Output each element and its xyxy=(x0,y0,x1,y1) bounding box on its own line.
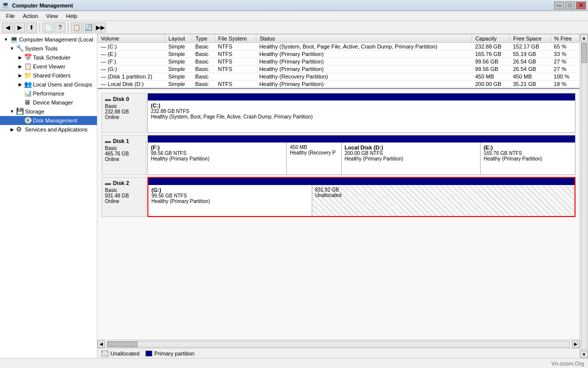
tree-item-task-scheduler[interactable]: ▶ 📅 Task Scheduler xyxy=(0,53,97,62)
table-cell: 27 % xyxy=(551,66,580,73)
users-icon: 👥 xyxy=(24,80,32,88)
tree-item-event-viewer[interactable]: ▶ 📋 Event Viewer xyxy=(0,62,97,71)
tree-label-shared-folders: Shared Folders xyxy=(33,72,70,78)
refresh-button[interactable]: 🔄 xyxy=(83,22,94,32)
disk-management-icon: 💽 xyxy=(24,116,32,124)
v-scrollbar[interactable]: ▲ ▼ xyxy=(580,34,588,358)
disk-table: Volume Layout Type File System Status Ca… xyxy=(97,34,580,88)
tree-item-services[interactable]: ▶ ⚙ Services and Applications xyxy=(0,125,97,134)
disk-size-disk0: 232.88 GB xyxy=(105,109,143,114)
expand-storage[interactable]: ▼ xyxy=(8,108,16,116)
disk-label-disk0: ▬ Disk 0 Basic 232.88 GB Online xyxy=(101,93,146,133)
tree-item-system-tools[interactable]: ▼ 🔧 System Tools xyxy=(0,44,97,53)
col-header-status[interactable]: Status xyxy=(256,34,472,43)
disk-parts-row-disk0: (C:) 232.88 GB NTFS Healthy (System, Boo… xyxy=(148,100,575,132)
tree-label-device-manager: Device Manager xyxy=(33,100,73,106)
partition-block-disk0-0[interactable]: (C:) 232.88 GB NTFS Healthy (System, Boo… xyxy=(148,100,575,132)
scroll-up-button[interactable]: ▲ xyxy=(581,34,588,42)
menu-view[interactable]: View xyxy=(42,12,62,20)
col-header-filesystem[interactable]: File System xyxy=(215,34,256,43)
scroll-left-button[interactable]: ◀ xyxy=(97,340,105,348)
table-row[interactable]: — (F:)SimpleBasicNTFSHealthy (Primary Pa… xyxy=(98,58,580,66)
part-status-disk2-0: Healthy (Primary Partition) xyxy=(151,198,309,204)
services-icon: ⚙ xyxy=(16,126,24,134)
show-hide-button[interactable]: 📄 xyxy=(42,22,53,32)
tree-item-device-manager[interactable]: ▶ 🖥 Device Manager xyxy=(0,98,97,107)
tree-label-event-viewer: Event Viewer xyxy=(33,64,65,70)
table-row[interactable]: — (Disk 1 partition 2)SimpleBasicHealthy… xyxy=(98,73,580,80)
tree-item-disk-management[interactable]: ▶ 💽 Disk Management xyxy=(0,116,97,125)
table-cell: Basic xyxy=(192,73,215,80)
scroll-down-button[interactable]: ▼ xyxy=(581,350,588,358)
table-row[interactable]: — (G:)SimpleBasicNTFSHealthy (Primary Pa… xyxy=(98,66,580,73)
col-header-freespace[interactable]: Free Space xyxy=(510,34,551,43)
performance-icon: 📊 xyxy=(24,90,32,98)
table-cell: Simple xyxy=(165,50,192,58)
expand-root[interactable]: ▼ xyxy=(2,36,10,44)
part-status-disk1-0: Healthy (Primary Partition) xyxy=(151,156,283,162)
v-scroll-thumb[interactable] xyxy=(582,43,587,63)
h-scroll-thumb[interactable] xyxy=(107,342,137,347)
tools-icon: 🔧 xyxy=(16,44,24,52)
disk-header-bar-disk1 xyxy=(148,136,575,142)
partition-block-disk1-1[interactable]: 450 MB Healthy (Recovery P xyxy=(287,142,341,174)
col-header-type[interactable]: Type xyxy=(192,34,215,43)
disk-table-area[interactable]: Volume Layout Type File System Status Ca… xyxy=(97,34,580,89)
partition-block-disk1-3[interactable]: (E:) 165.76 GB NTFS Healthy (Primary Par… xyxy=(481,142,575,174)
col-header-volume[interactable]: Volume xyxy=(98,34,165,43)
tree-panel[interactable]: ▼ 💻 Computer Management (Local ▼ 🔧 Syste… xyxy=(0,34,97,358)
window-controls[interactable]: — □ ✕ xyxy=(554,2,586,10)
maximize-button[interactable]: □ xyxy=(565,2,575,10)
table-row[interactable]: — (C:)SimpleBasicNTFSHealthy (System, Bo… xyxy=(98,43,580,50)
expand-local-users[interactable]: ▶ xyxy=(16,80,24,88)
col-header-capacity[interactable]: Capacity xyxy=(472,34,510,43)
tree-label-services: Services and Applications xyxy=(25,126,87,132)
tree-item-performance[interactable]: ▶ 📊 Performance xyxy=(0,89,97,98)
tree-item-local-users[interactable]: ▶ 👥 Local Users and Groups xyxy=(0,80,97,89)
minimize-button[interactable]: — xyxy=(554,2,564,10)
table-cell: Basic xyxy=(192,50,215,58)
export-button[interactable]: ▶▶ xyxy=(95,22,106,32)
up-button[interactable]: ⬆ xyxy=(26,22,37,32)
help-toolbar-button[interactable]: ? xyxy=(54,22,65,32)
col-header-pctfree[interactable]: % Free xyxy=(551,34,580,43)
h-scroll-track[interactable] xyxy=(107,341,570,348)
expand-system-tools[interactable]: ▼ xyxy=(8,44,16,52)
col-header-layout[interactable]: Layout xyxy=(165,34,192,43)
table-cell: NTFS xyxy=(215,58,256,66)
tree-item-shared-folders[interactable]: ▶ 📁 Shared Folders xyxy=(0,71,97,80)
table-cell: Basic xyxy=(192,58,215,66)
bottom-scrollbar[interactable]: ◀ ▶ xyxy=(97,340,580,348)
close-button[interactable]: ✕ xyxy=(576,2,586,10)
back-button[interactable]: ◀ xyxy=(2,22,13,32)
menu-help[interactable]: Help xyxy=(62,12,81,20)
partition-block-disk2-1[interactable]: 831.92 GB Unallocated xyxy=(312,185,575,216)
table-cell: Healthy (Recovery Partition) xyxy=(256,73,472,80)
table-cell: 99.56 GB xyxy=(472,66,510,73)
expand-task-scheduler[interactable]: ▶ xyxy=(16,54,24,62)
scroll-right-button[interactable]: ▶ xyxy=(572,340,580,348)
expand-event-viewer[interactable]: ▶ xyxy=(16,62,24,70)
expand-services[interactable]: ▶ xyxy=(8,126,16,134)
tree-item-storage[interactable]: ▼ 💾 Storage xyxy=(0,107,97,116)
table-cell: NTFS xyxy=(215,80,256,88)
legend-primary-label: Primary partition xyxy=(154,350,194,356)
table-row[interactable]: — (E:)SimpleBasicNTFSHealthy (Primary Pa… xyxy=(98,50,580,58)
tree-label-root: Computer Management (Local xyxy=(19,36,93,42)
partition-block-disk1-2[interactable]: Local Disk (D:) 200.00 GB NTFS Healthy (… xyxy=(342,142,481,174)
menu-action[interactable]: Action xyxy=(19,12,42,20)
tree-item-root[interactable]: ▼ 💻 Computer Management (Local xyxy=(0,35,97,44)
menu-file[interactable]: File xyxy=(2,12,19,20)
status-bar: Vn-zoom.Org xyxy=(0,358,588,368)
disk-parts-row-disk1: (F:) 99.56 GB NTFS Healthy (Primary Part… xyxy=(148,142,575,174)
table-cell: 100 % xyxy=(551,73,580,80)
v-scroll-track[interactable] xyxy=(581,42,588,350)
forward-button[interactable]: ▶ xyxy=(14,22,25,32)
partition-block-disk1-0[interactable]: (F:) 99.56 GB NTFS Healthy (Primary Part… xyxy=(148,142,287,174)
task-scheduler-icon: 📅 xyxy=(24,54,32,62)
properties-button[interactable]: 📋 xyxy=(71,22,82,32)
partition-block-disk2-0[interactable]: (G:) 99.56 GB NTFS Healthy (Primary Part… xyxy=(148,185,312,216)
table-row[interactable]: — Local Disk (D:)SimpleBasicNTFSHealthy … xyxy=(98,80,580,88)
expand-shared-folders[interactable]: ▶ xyxy=(16,72,24,80)
table-cell: Basic xyxy=(192,80,215,88)
